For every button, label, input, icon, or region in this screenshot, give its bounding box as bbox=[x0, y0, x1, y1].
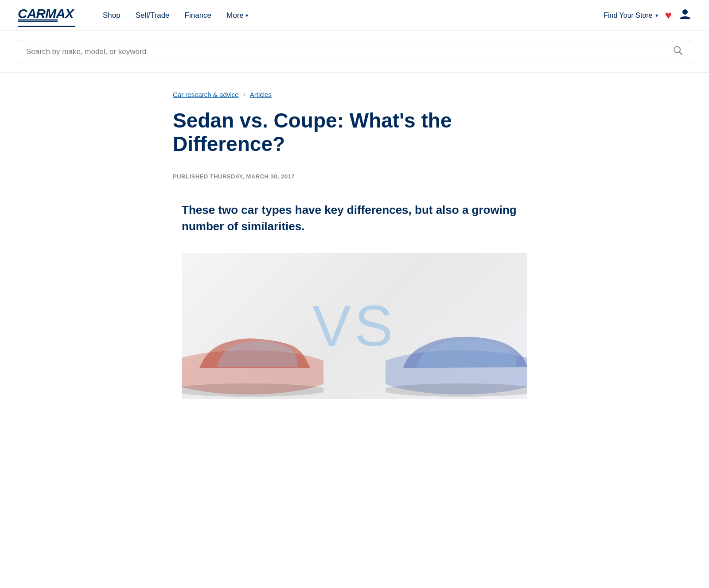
breadcrumb-articles[interactable]: Articles bbox=[250, 91, 272, 98]
published-date-value: THURSDAY, MARCH 30, 2017 bbox=[210, 173, 295, 180]
breadcrumb: Car research & advice › Articles bbox=[173, 90, 536, 98]
user-account-icon[interactable] bbox=[679, 8, 691, 23]
article-hero-image: VS bbox=[182, 253, 527, 399]
find-store-chevron-icon: ▾ bbox=[655, 12, 658, 19]
svg-text:CARMAX: CARMAX bbox=[18, 6, 75, 21]
find-store-button[interactable]: Find Your Store ▾ bbox=[604, 12, 658, 19]
nav-more-label: More bbox=[226, 11, 244, 20]
svg-point-9 bbox=[386, 383, 527, 397]
nav-shop[interactable]: Shop bbox=[97, 8, 126, 23]
chevron-down-icon: ▾ bbox=[245, 12, 248, 19]
search-input[interactable] bbox=[26, 47, 669, 56]
nav-finance[interactable]: Finance bbox=[179, 8, 217, 23]
logo[interactable]: CARMAX bbox=[18, 4, 75, 27]
site-header: CARMAX Shop Sell/Trade Finance More ▾ Fi… bbox=[0, 0, 709, 31]
vs-label: VS bbox=[312, 293, 396, 359]
logo-text: CARMAX bbox=[18, 4, 75, 27]
search-icon[interactable] bbox=[673, 46, 683, 58]
coupe-car-image bbox=[386, 302, 527, 399]
svg-point-7 bbox=[182, 383, 323, 397]
main-nav: Shop Sell/Trade Finance More ▾ bbox=[97, 8, 590, 23]
find-store-label: Find Your Store bbox=[604, 12, 652, 19]
nav-sell-trade[interactable]: Sell/Trade bbox=[130, 8, 175, 23]
search-bar-container bbox=[0, 31, 709, 73]
main-content: Car research & advice › Articles Sedan v… bbox=[155, 73, 554, 426]
article-title: Sedan vs. Coupe: What's the Difference? bbox=[173, 109, 536, 156]
svg-point-3 bbox=[682, 9, 688, 15]
favorites-heart-icon[interactable]: ♥ bbox=[665, 8, 672, 22]
breadcrumb-separator: › bbox=[243, 90, 245, 98]
published-date: PUBLISHED THURSDAY, MARCH 30, 2017 bbox=[173, 173, 536, 180]
search-bar bbox=[18, 40, 691, 63]
article-intro: These two car types have key differences… bbox=[173, 202, 536, 235]
title-divider bbox=[173, 165, 536, 165]
breadcrumb-car-research[interactable]: Car research & advice bbox=[173, 91, 238, 98]
published-prefix: PUBLISHED bbox=[173, 173, 208, 180]
sedan-car-image bbox=[182, 302, 323, 399]
nav-more[interactable]: More ▾ bbox=[221, 8, 253, 23]
svg-line-5 bbox=[680, 52, 682, 55]
header-right: Find Your Store ▾ ♥ bbox=[604, 8, 691, 23]
